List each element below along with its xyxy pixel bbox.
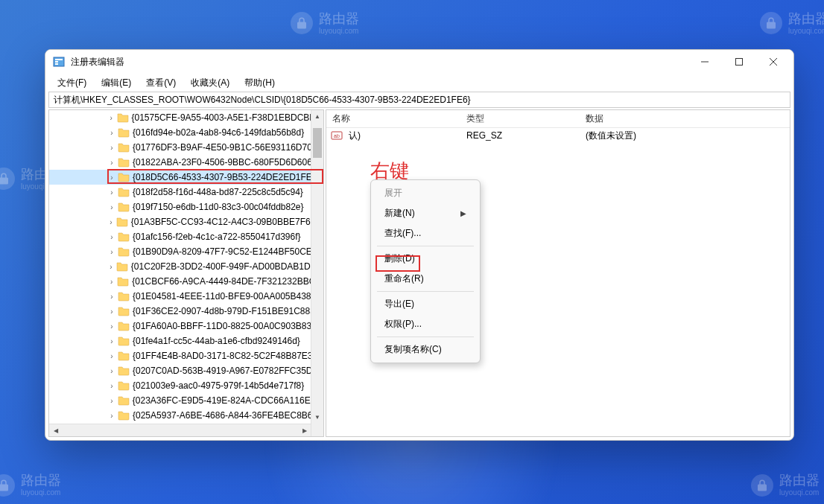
chevron-right-icon[interactable]: › bbox=[107, 322, 116, 331]
svg-rect-1 bbox=[55, 59, 63, 60]
address-bar[interactable]: 计算机\HKEY_CLASSES_ROOT\WOW6432Node\CLSID\… bbox=[48, 92, 790, 108]
tree-item[interactable]: ›{01E04581-4EEE-11d0-BFE9-00AA005B4383} bbox=[49, 289, 323, 304]
chevron-right-icon[interactable]: › bbox=[107, 233, 116, 241]
folder-icon bbox=[118, 351, 130, 361]
chevron-right-icon[interactable]: › bbox=[107, 173, 116, 182]
col-name[interactable]: 名称 bbox=[326, 110, 460, 127]
chevron-right-icon[interactable]: › bbox=[107, 352, 116, 360]
string-value-icon: ab bbox=[331, 130, 343, 141]
scroll-left-icon[interactable]: ◀ bbox=[49, 424, 62, 436]
scroll-right-icon[interactable]: ▶ bbox=[298, 424, 311, 436]
tree-item[interactable]: ›{019f7150-e6db-11d0-83c3-00c04fddb82e} bbox=[49, 200, 323, 214]
tree-item[interactable]: ›{018D5C66-4533-4307-9B53-224DE2ED1FE6} bbox=[49, 170, 323, 185]
submenu-arrow-icon: ▶ bbox=[460, 209, 466, 217]
chevron-right-icon[interactable]: › bbox=[107, 218, 115, 226]
tree-item[interactable]: ›{01575CFE-9A55-4003-A5E1-F38D1EBDCBE1} bbox=[49, 110, 323, 125]
tree-item[interactable]: ›{0207C0AD-563B-4919-A967-E0782FFC35D1} bbox=[49, 363, 323, 378]
menu-copy-key[interactable]: 复制项名称(C) bbox=[371, 339, 480, 360]
col-data[interactable]: 数据 bbox=[580, 110, 790, 127]
watermark-lock-icon bbox=[0, 474, 15, 497]
tree-item-label: {01776DF3-B9AF-4E50-9B1C-56E93116D704} bbox=[133, 142, 320, 153]
scroll-down-icon[interactable]: ▼ bbox=[311, 411, 323, 424]
svg-rect-5 bbox=[736, 59, 743, 66]
folder-icon bbox=[118, 321, 130, 331]
vertical-scrollbar[interactable]: ▲ ▼ bbox=[311, 110, 323, 436]
tree-item[interactable]: ›{023A36FC-E9D5-419E-824A-CDC66A116E84} bbox=[49, 393, 323, 408]
svg-rect-2 bbox=[55, 61, 58, 63]
tree-item-label: {01A3BF5C-CC93-4C12-A4C3-09B0BBE7F631} bbox=[131, 217, 323, 227]
menu-export[interactable]: 导出(E) bbox=[371, 294, 480, 314]
chevron-right-icon[interactable]: › bbox=[107, 263, 115, 271]
chevron-right-icon[interactable]: › bbox=[107, 188, 116, 197]
chevron-right-icon[interactable]: › bbox=[107, 278, 115, 286]
tree-item[interactable]: ›{01F36CE2-0907-4d8b-979D-F151BE91C883} bbox=[49, 304, 323, 319]
tree-item-label: {01CBCF66-A9CA-4449-84DE-7F321232BBC7} bbox=[132, 276, 323, 287]
list-row[interactable]: ab 认) REG_SZ (数值未设置) bbox=[326, 128, 790, 143]
menu-find[interactable]: 查找(F)... bbox=[371, 223, 480, 243]
tree-item[interactable]: ›{01A3BF5C-CC93-4C12-A4C3-09B0BBE7F631} bbox=[49, 214, 323, 229]
tree-item[interactable]: ›{018f2d58-f16d-448a-bd87-225c8c5d5c94} bbox=[49, 185, 323, 200]
tree-item-label: {023A36FC-E9D5-419E-824A-CDC66A116E84} bbox=[133, 395, 323, 406]
scroll-thumb[interactable] bbox=[313, 128, 322, 158]
tree-item[interactable]: ›{01C20F2B-3DD2-400F-949F-AD00BDAB1D41} bbox=[49, 259, 323, 274]
watermark-lock-icon bbox=[0, 168, 15, 190]
tree-item[interactable]: ›{016fd94e-b02a-4ab8-94c6-149fdab56b8d} bbox=[49, 125, 323, 140]
tree-item-label: {021003e9-aac0-4975-979f-14b5d4e717f8} bbox=[133, 380, 304, 391]
menu-edit[interactable]: 编辑(E) bbox=[94, 75, 139, 91]
menu-rename[interactable]: 重命名(R) bbox=[371, 269, 480, 289]
chevron-right-icon[interactable]: › bbox=[107, 293, 116, 301]
tree-item[interactable]: ›{01822ABA-23F0-4506-9BBC-680F5D6D606C} bbox=[49, 155, 323, 170]
tree-item[interactable]: ›{01776DF3-B9AF-4E50-9B1C-56E93116D704} bbox=[49, 140, 323, 155]
menu-separator bbox=[377, 246, 474, 246]
tree-item[interactable]: ›{021003e9-aac0-4975-979f-14b5d4e717f8} bbox=[49, 378, 323, 393]
folder-icon bbox=[118, 202, 130, 212]
tree-item[interactable]: ›{01afc156-f2eb-4c1c-a722-8550417d396f} bbox=[49, 229, 323, 244]
menu-permissions[interactable]: 权限(P)... bbox=[371, 314, 480, 334]
chevron-right-icon[interactable]: › bbox=[107, 129, 116, 137]
watermark-lock-icon bbox=[760, 12, 782, 34]
tree-item[interactable]: ›{01fe4a1f-cc5c-44ab-a1e6-cfbd9249146d} bbox=[49, 334, 323, 348]
chevron-right-icon[interactable]: › bbox=[107, 159, 116, 167]
value-type: REG_SZ bbox=[460, 130, 580, 141]
folder-icon bbox=[118, 127, 130, 138]
tree-pane: ›{01575CFE-9A55-4003-A5E1-F38D1EBDCBE1}›… bbox=[48, 109, 324, 437]
chevron-right-icon[interactable]: › bbox=[107, 248, 116, 256]
folder-icon bbox=[118, 306, 130, 316]
chevron-right-icon[interactable]: › bbox=[107, 382, 116, 390]
context-menu: 展开 新建(N)▶ 查找(F)... 删除(D) 重命名(R) 导出(E) 权限… bbox=[370, 179, 481, 363]
col-type[interactable]: 类型 bbox=[460, 110, 580, 127]
chevron-right-icon[interactable]: › bbox=[107, 203, 116, 211]
menu-favorites[interactable]: 收藏夹(A) bbox=[183, 75, 237, 91]
tree-item-label: {01B90D9A-8209-47F7-9C52-E1244BF50CED} bbox=[133, 246, 322, 257]
folder-icon bbox=[118, 187, 130, 197]
maximize-button[interactable] bbox=[722, 51, 756, 73]
menu-file[interactable]: 文件(F) bbox=[50, 75, 94, 91]
folder-icon bbox=[118, 142, 130, 153]
chevron-right-icon[interactable]: › bbox=[107, 144, 116, 152]
menu-help[interactable]: 帮助(H) bbox=[237, 75, 282, 91]
menu-new[interactable]: 新建(N)▶ bbox=[371, 203, 480, 223]
tree-item-label: {01575CFE-9A55-4003-A5E1-F38D1EBDCBE1} bbox=[132, 112, 323, 123]
close-button[interactable] bbox=[756, 51, 790, 73]
horizontal-scrollbar[interactable]: ◀ ▶ bbox=[49, 424, 311, 436]
chevron-right-icon[interactable]: › bbox=[107, 114, 115, 122]
chevron-right-icon[interactable]: › bbox=[107, 307, 116, 316]
menu-delete[interactable]: 删除(D) bbox=[371, 249, 480, 269]
tree-item[interactable]: ›{01FA60A0-BBFF-11D0-8825-00A0C903B83C} bbox=[49, 319, 323, 334]
minimize-button[interactable] bbox=[688, 51, 722, 73]
folder-icon bbox=[116, 261, 128, 272]
folder-icon bbox=[117, 112, 129, 123]
tree-item[interactable]: ›{01FF4E4B-8AD0-3171-8C82-5C2F48B87E3D} bbox=[49, 348, 323, 363]
tree-item[interactable]: ›{01B90D9A-8209-47F7-9C52-E1244BF50CED} bbox=[49, 244, 323, 259]
folder-icon bbox=[118, 172, 130, 182]
chevron-right-icon[interactable]: › bbox=[107, 397, 116, 405]
tree-item-label: {01afc156-f2eb-4c1c-a722-8550417d396f} bbox=[133, 232, 301, 242]
chevron-right-icon[interactable]: › bbox=[107, 367, 116, 375]
menu-view[interactable]: 查看(V) bbox=[139, 75, 183, 91]
tree-item[interactable]: ›{025A5937-A6BE-4686-A844-36FE4BEC8B6D} bbox=[49, 408, 323, 423]
chevron-right-icon[interactable]: › bbox=[107, 412, 116, 420]
tree-item[interactable]: ›{01CBCF66-A9CA-4449-84DE-7F321232BBC7} bbox=[49, 274, 323, 289]
chevron-right-icon[interactable]: › bbox=[107, 337, 116, 345]
scroll-up-icon[interactable]: ▲ bbox=[311, 110, 323, 123]
tree-item-label: {018D5C66-4533-4307-9B53-224DE2ED1FE6} bbox=[133, 172, 320, 182]
